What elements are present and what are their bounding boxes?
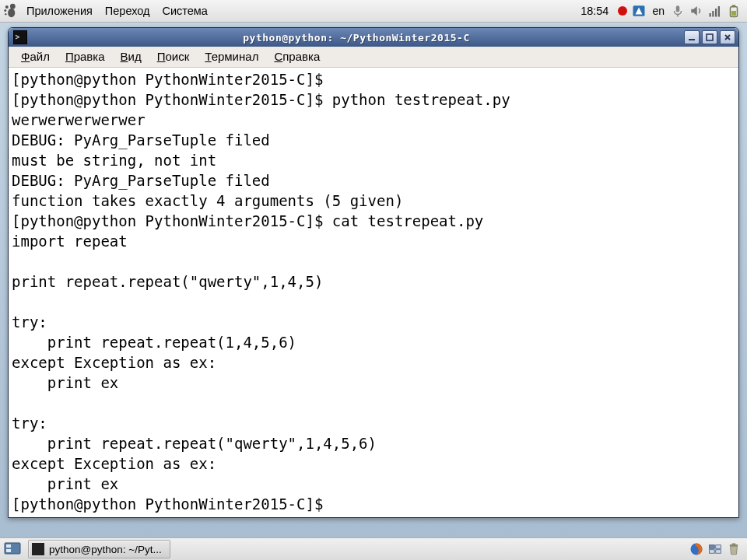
svg-rect-6 bbox=[676, 5, 680, 12]
clock[interactable]: 18:54 bbox=[576, 5, 613, 17]
svg-rect-21 bbox=[6, 549, 11, 552]
window-titlebar[interactable]: > python@python: ~/PythonWinter2015-C bbox=[9, 28, 738, 47]
firefox-icon[interactable] bbox=[689, 542, 703, 556]
volume-icon[interactable] bbox=[689, 4, 703, 18]
svg-point-2 bbox=[4, 9, 6, 12]
record-indicator-icon[interactable] bbox=[618, 6, 627, 16]
network-icon[interactable] bbox=[708, 4, 722, 18]
svg-rect-27 bbox=[730, 544, 738, 546]
svg-rect-24 bbox=[716, 545, 721, 549]
svg-rect-28 bbox=[732, 544, 736, 545]
tray-app-icon[interactable] bbox=[632, 4, 646, 18]
desktop: > python@python: ~/PythonWinter2015-C Фа… bbox=[0, 23, 747, 539]
keyboard-layout-indicator[interactable]: en bbox=[651, 5, 666, 17]
svg-point-3 bbox=[5, 13, 6, 15]
svg-rect-11 bbox=[718, 6, 720, 17]
svg-rect-23 bbox=[710, 545, 715, 549]
svg-rect-10 bbox=[715, 9, 717, 17]
taskbar-entry-terminal[interactable]: python@python: ~/Pyt... bbox=[28, 540, 170, 558]
bottom-panel: python@python: ~/Pyt... bbox=[0, 537, 747, 560]
gnome-foot-icon[interactable] bbox=[0, 1, 20, 21]
svg-rect-17 bbox=[689, 39, 695, 40]
window-controls bbox=[681, 30, 738, 44]
menu-terminal[interactable]: Терминал bbox=[197, 47, 266, 67]
svg-rect-18 bbox=[707, 34, 713, 40]
svg-point-1 bbox=[5, 5, 9, 9]
bottom-tray bbox=[683, 542, 747, 556]
menu-help[interactable]: Справка bbox=[266, 47, 328, 67]
close-button[interactable] bbox=[720, 30, 735, 44]
svg-rect-7 bbox=[677, 15, 679, 17]
menu-search[interactable]: Поиск bbox=[149, 47, 198, 67]
trash-icon[interactable] bbox=[727, 542, 741, 556]
svg-rect-9 bbox=[712, 11, 714, 17]
show-desktop-button[interactable] bbox=[3, 540, 22, 558]
task-label: python@python: ~/Pyt... bbox=[49, 544, 162, 555]
menu-edit[interactable]: Правка bbox=[58, 47, 113, 67]
svg-rect-25 bbox=[710, 550, 715, 554]
window-title: python@python: ~/PythonWinter2015-C bbox=[32, 32, 681, 44]
top-menu-places[interactable]: Переход bbox=[99, 0, 156, 22]
top-menu-system[interactable]: Система bbox=[156, 0, 213, 22]
terminal-output[interactable]: [python@python PythonWinter2015-C]$ [pyt… bbox=[9, 68, 738, 517]
svg-rect-26 bbox=[716, 550, 721, 554]
top-menu-applications[interactable]: Приложения bbox=[20, 0, 99, 22]
menu-file[interactable]: Файл bbox=[13, 47, 58, 67]
svg-rect-20 bbox=[6, 544, 11, 548]
terminal-window: > python@python: ~/PythonWinter2015-C Фа… bbox=[8, 27, 739, 518]
menu-view[interactable]: Вид bbox=[113, 47, 149, 67]
microphone-icon[interactable] bbox=[671, 4, 685, 18]
svg-point-0 bbox=[10, 4, 16, 9]
svg-rect-13 bbox=[732, 5, 736, 7]
svg-point-4 bbox=[8, 9, 15, 18]
task-terminal-icon bbox=[32, 543, 44, 555]
workspace-switcher-icon[interactable] bbox=[708, 542, 722, 556]
battery-icon[interactable] bbox=[727, 4, 741, 18]
svg-text:>: > bbox=[16, 33, 21, 41]
system-tray: 18:54 en bbox=[576, 4, 747, 18]
minimize-button[interactable] bbox=[684, 30, 700, 44]
svg-rect-14 bbox=[731, 11, 736, 16]
top-panel: Приложения Переход Система 18:54 en bbox=[0, 0, 747, 23]
terminal-menubar: Файл Правка Вид Поиск Терминал Справка bbox=[9, 47, 738, 68]
svg-rect-8 bbox=[710, 13, 711, 17]
window-app-icon: > bbox=[13, 30, 27, 44]
maximize-button[interactable] bbox=[702, 30, 717, 44]
